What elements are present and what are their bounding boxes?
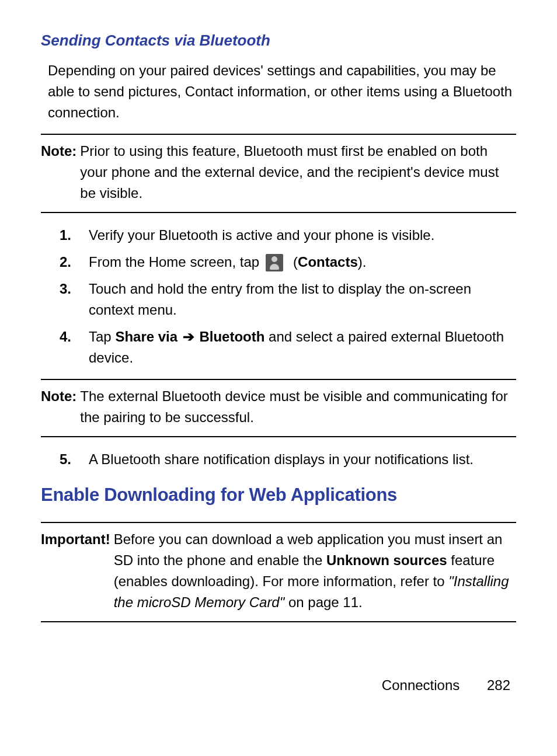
- note-body: Prior to using this feature, Bluetooth m…: [80, 141, 516, 204]
- step-text: From the Home screen, tap (Contacts).: [89, 252, 516, 273]
- note-label: Note:: [41, 141, 76, 204]
- step-fragment: From the Home screen, tap: [89, 254, 263, 270]
- step-3: 3. Touch and hold the entry from the lis…: [41, 278, 516, 320]
- footer-section: Connections: [382, 677, 459, 693]
- note-block-1: Note: Prior to using this feature, Bluet…: [41, 134, 516, 213]
- step-text: Touch and hold the entry from the list t…: [89, 278, 516, 320]
- important-label: Important!: [41, 529, 110, 613]
- unknown-sources-label: Unknown sources: [326, 552, 447, 568]
- intro-paragraph: Depending on your paired devices' settin…: [48, 60, 516, 123]
- important-body: Before you can download a web applicatio…: [114, 529, 516, 613]
- step-text: Tap Share via ➔ Bluetooth and select a p…: [89, 326, 516, 368]
- step-number: 3.: [60, 278, 89, 320]
- arrow-icon: ➔: [182, 329, 196, 344]
- steps-list-1: 1. Verify your Bluetooth is active and y…: [41, 225, 516, 368]
- step-text: A Bluetooth share notification displays …: [89, 449, 516, 470]
- bluetooth-label: Bluetooth: [199, 329, 264, 344]
- page-footer: Connections 282: [41, 675, 516, 696]
- note-label: Note:: [41, 386, 76, 428]
- step-number: 1.: [60, 225, 89, 246]
- note-block-2: Note: The external Bluetooth device must…: [41, 379, 516, 437]
- step-number: 4.: [60, 326, 89, 368]
- step-2: 2. From the Home screen, tap (Contacts).: [41, 252, 516, 273]
- important-block: Important! Before you can download a web…: [41, 522, 516, 622]
- step-number: 5.: [60, 449, 89, 470]
- step-number: 2.: [60, 252, 89, 273]
- share-via-label: Share via: [115, 329, 177, 344]
- step-5: 5. A Bluetooth share notification displa…: [41, 449, 516, 470]
- steps-list-2: 5. A Bluetooth share notification displa…: [41, 449, 516, 470]
- footer-page-number: 282: [487, 677, 510, 693]
- note-body: The external Bluetooth device must be vi…: [80, 386, 516, 428]
- contacts-label: Contacts: [298, 254, 358, 270]
- step-fragment: Tap: [89, 329, 115, 344]
- step-text: Verify your Bluetooth is active and your…: [89, 225, 516, 246]
- important-fragment: on page 11.: [284, 594, 362, 610]
- section-heading: Enable Downloading for Web Applications: [41, 482, 516, 509]
- contacts-icon: [266, 254, 283, 271]
- step-1: 1. Verify your Bluetooth is active and y…: [41, 225, 516, 246]
- subsection-heading: Sending Contacts via Bluetooth: [41, 29, 516, 52]
- step-4: 4. Tap Share via ➔ Bluetooth and select …: [41, 326, 516, 368]
